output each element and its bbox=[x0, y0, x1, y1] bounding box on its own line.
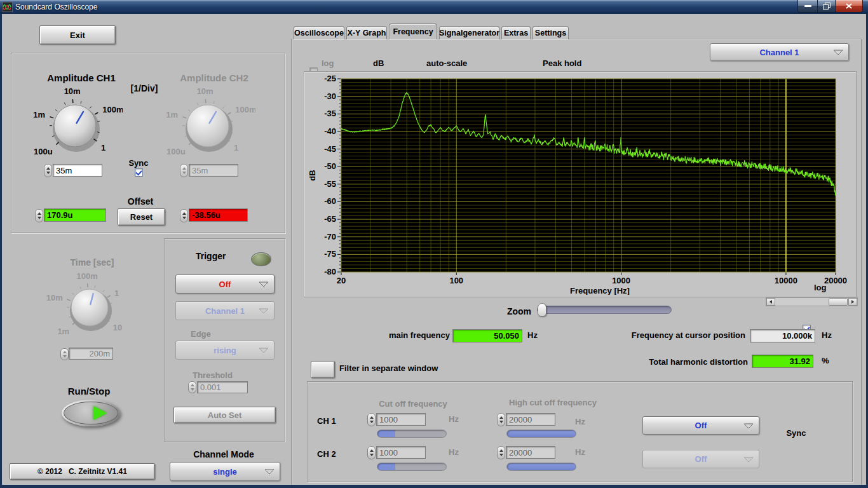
peakhold-checkbox-label: Peak hold bbox=[543, 58, 581, 68]
svg-text:10m: 10m bbox=[46, 293, 63, 302]
decrement-icon[interactable] bbox=[182, 217, 186, 219]
amplitude-ch2-value-field[interactable]: 35m bbox=[189, 164, 238, 177]
title-bar: Soundcard Oszilloscope bbox=[0, 0, 868, 14]
offset-ch1-spinner[interactable] bbox=[35, 209, 43, 222]
decrement-icon[interactable] bbox=[370, 421, 374, 423]
filter-sync-label: Sync bbox=[778, 428, 814, 438]
svg-text:100u: 100u bbox=[166, 147, 186, 156]
ch2-filter-mode-dropdown[interactable]: Off bbox=[642, 450, 759, 468]
client-area: Exit Amplitude CH1 [1/Div] Amplitude CH2… bbox=[0, 14, 868, 488]
decrement-icon[interactable] bbox=[37, 217, 41, 219]
increment-icon[interactable] bbox=[63, 351, 67, 353]
ch2-filter-mode-value: Off bbox=[695, 454, 707, 464]
spectrum-chart[interactable]: -25-30-35-40-45-50-55-60-65-70-75-802010… bbox=[305, 72, 855, 295]
trigger-source-value: Channel 1 bbox=[205, 306, 245, 316]
restore-icon bbox=[823, 3, 831, 10]
zoom-label: Zoom bbox=[489, 306, 531, 316]
tab-frequency[interactable]: Frequency bbox=[389, 24, 437, 39]
ch2-lowcut-field[interactable]: 1000 bbox=[376, 446, 426, 459]
minimize-icon bbox=[804, 5, 811, 7]
amplitude-ch1-value-field[interactable]: 35m bbox=[53, 164, 102, 177]
tab-oscilloscope[interactable]: Oscilloscope bbox=[294, 26, 344, 39]
copyright-button[interactable]: © 2012 C. Zeitnitz V1.41 bbox=[10, 463, 155, 480]
svg-text:10000: 10000 bbox=[775, 276, 797, 285]
zoom-slider[interactable] bbox=[537, 306, 672, 314]
time-knob[interactable]: 1m10m100m110 bbox=[42, 267, 137, 347]
app-window: Soundcard Oszilloscope Exit Amplitude CH… bbox=[0, 0, 868, 488]
svg-text:1: 1 bbox=[101, 143, 105, 152]
ch2-highcut-field[interactable]: 20000 bbox=[506, 446, 555, 459]
amplitude-ch1-spinner[interactable] bbox=[44, 164, 52, 177]
decrement-icon[interactable] bbox=[370, 454, 374, 456]
channel-mode-dropdown[interactable]: single bbox=[170, 462, 280, 481]
ch2-lowcut-slider[interactable] bbox=[377, 463, 447, 471]
trigger-source-dropdown[interactable]: Channel 1 bbox=[175, 301, 275, 320]
db-checkbox-label: dB bbox=[373, 58, 384, 68]
threshold-field[interactable]: 0.001 bbox=[197, 381, 248, 393]
svg-text:-25: -25 bbox=[324, 74, 336, 83]
trigger-edge-dropdown[interactable]: rising bbox=[175, 341, 275, 360]
restore-button[interactable] bbox=[817, 0, 836, 13]
svg-text:-60: -60 bbox=[324, 196, 336, 206]
increment-icon[interactable] bbox=[182, 212, 186, 215]
tab-signalgenerator[interactable]: Signalgenerator bbox=[439, 26, 499, 39]
decrement-icon[interactable] bbox=[182, 172, 186, 174]
ch1-filter-mode-dropdown[interactable]: Off bbox=[642, 416, 759, 435]
zoom-slider-thumb[interactable] bbox=[538, 303, 546, 316]
ch1-highcut-spinner[interactable] bbox=[497, 413, 505, 426]
tab-settings[interactable]: Settings bbox=[532, 26, 569, 39]
increment-icon[interactable] bbox=[37, 212, 41, 215]
offset-reset-button[interactable]: Reset bbox=[118, 208, 165, 226]
cursor-frequency-label: Frequency at cursor position bbox=[607, 330, 745, 340]
svg-text:-45: -45 bbox=[324, 144, 336, 154]
ch2-lowcut-unit: Hz bbox=[449, 447, 459, 457]
decrement-icon[interactable] bbox=[46, 172, 50, 174]
decrement-icon[interactable] bbox=[191, 388, 194, 391]
scroll-thumb[interactable] bbox=[829, 298, 848, 306]
ch1-lowcut-spinner[interactable] bbox=[367, 413, 376, 426]
increment-icon[interactable] bbox=[370, 449, 374, 452]
increment-icon[interactable] bbox=[191, 384, 194, 386]
ch2-highcut-slider[interactable] bbox=[506, 463, 576, 471]
offset-ch2-spinner[interactable] bbox=[180, 209, 188, 222]
channel-select-dropdown[interactable]: Channel 1 bbox=[710, 43, 849, 61]
tab-extras[interactable]: Extras bbox=[501, 26, 531, 39]
ch1-lowcut-slider[interactable] bbox=[377, 430, 447, 438]
decrement-icon[interactable] bbox=[63, 355, 67, 358]
filter-window-button[interactable] bbox=[311, 361, 335, 378]
ch1-highcut-slider[interactable] bbox=[506, 430, 576, 438]
chart-hscrollbar[interactable] bbox=[766, 297, 858, 306]
trigger-mode-dropdown[interactable]: Off bbox=[175, 274, 275, 294]
amplitude-ch1-knob[interactable]: 100u1m10m100m1 bbox=[27, 85, 123, 165]
ch1-highcut-field[interactable]: 20000 bbox=[506, 413, 555, 426]
auto-set-button[interactable]: Auto Set bbox=[173, 407, 276, 423]
increment-icon[interactable] bbox=[499, 449, 503, 452]
scroll-right-button[interactable] bbox=[848, 298, 857, 306]
ch1-lowcut-field[interactable]: 1000 bbox=[376, 413, 426, 426]
increment-icon[interactable] bbox=[370, 416, 374, 419]
ch2-lowcut-spinner[interactable] bbox=[367, 446, 376, 459]
minimize-button[interactable] bbox=[797, 0, 818, 13]
channel-mode-value: single bbox=[213, 467, 237, 477]
time-value-field[interactable]: 200m bbox=[69, 348, 113, 360]
amplitude-ch2-knob[interactable]: 100u1m10m100m1 bbox=[160, 85, 255, 165]
amplitude-ch2-spinner[interactable] bbox=[180, 164, 188, 177]
run-stop-button[interactable] bbox=[62, 400, 120, 426]
decrement-icon[interactable] bbox=[499, 421, 503, 423]
svg-text:100u: 100u bbox=[34, 147, 53, 156]
increment-icon[interactable] bbox=[182, 167, 186, 170]
decrement-icon[interactable] bbox=[499, 454, 503, 456]
lowcut-header: Cut off frequency bbox=[349, 399, 477, 409]
time-spinner[interactable] bbox=[60, 348, 69, 360]
close-button[interactable] bbox=[835, 0, 863, 13]
increment-icon[interactable] bbox=[46, 167, 50, 170]
exit-button[interactable]: Exit bbox=[39, 25, 116, 44]
threshold-spinner[interactable] bbox=[188, 381, 196, 393]
increment-icon[interactable] bbox=[499, 416, 503, 419]
svg-text:1m: 1m bbox=[166, 110, 178, 119]
svg-text:-40: -40 bbox=[324, 126, 336, 136]
ch2-highcut-spinner[interactable] bbox=[497, 446, 505, 459]
tab-xy-graph[interactable]: X-Y Graph bbox=[346, 26, 387, 39]
scroll-left-button[interactable] bbox=[766, 298, 775, 306]
amplitude-sync-checkbox[interactable] bbox=[135, 168, 143, 177]
